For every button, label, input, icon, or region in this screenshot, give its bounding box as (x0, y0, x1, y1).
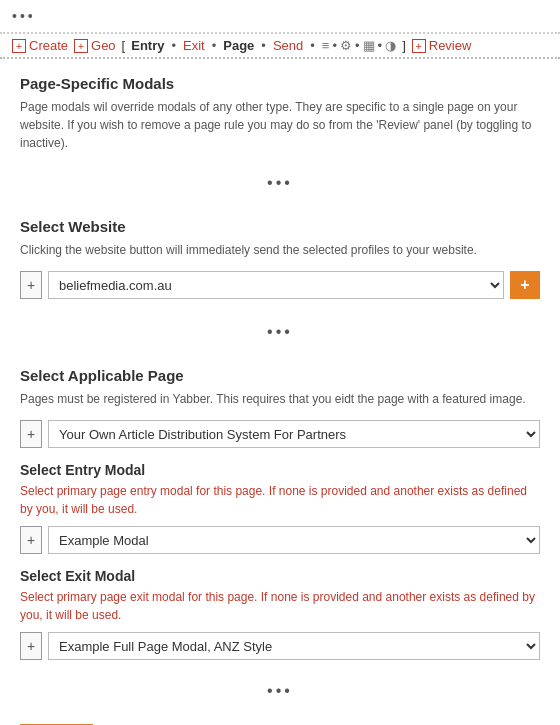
nav-geo[interactable]: + Geo (74, 38, 116, 53)
nav-exit-label[interactable]: Exit (183, 38, 205, 53)
nav-send-label[interactable]: Send (273, 38, 303, 53)
section-divider-1: ••• (20, 164, 540, 202)
nav-page[interactable]: Page (223, 38, 254, 53)
bracket-close: ] (402, 38, 406, 53)
page-select[interactable]: Your Own Article Distribution System For… (48, 420, 540, 448)
select-website-description: Clicking the website button will immedia… (20, 241, 540, 259)
nav-review[interactable]: + Review (412, 38, 472, 53)
circle-icon[interactable]: ◑ (385, 38, 396, 53)
entry-modal-select[interactable]: Example Modal (48, 526, 540, 554)
nav-entry[interactable]: Entry (131, 38, 164, 53)
main-content: Page-Specific Modals Page modals wil ove… (0, 75, 560, 660)
geo-plus-icon: + (74, 39, 88, 53)
exit-modal-title: Select Exit Modal (20, 568, 540, 584)
nav-dots-top: ••• (12, 8, 36, 24)
page-plus-button[interactable]: + (20, 420, 42, 448)
website-add-button[interactable]: + (510, 271, 540, 299)
list-icon[interactable]: ≡ (322, 38, 330, 53)
entry-modal-description: Select primary page entry modal for this… (20, 482, 540, 518)
website-plus-button[interactable]: + (20, 271, 42, 299)
entry-modal-desc-part1: Select primary page entry modal for this… (20, 484, 265, 498)
nav-sep2: • (212, 38, 217, 53)
website-select[interactable]: beliefmedia.com.au (48, 271, 504, 299)
entry-modal-title: Select Entry Modal (20, 462, 540, 478)
select-page-title: Select Applicable Page (20, 367, 540, 384)
exit-modal-select[interactable]: Example Full Page Modal, ANZ Style (48, 632, 540, 660)
exit-modal-plus-button[interactable]: + (20, 632, 42, 660)
nav-bar: + Create + Geo [ Entry • Exit • Page • S… (0, 34, 560, 59)
grid-icon[interactable]: ▦ (363, 38, 375, 53)
select-page-description: Pages must be registered in Yabber. This… (20, 390, 540, 408)
exit-modal-description: Select primary page exit modal for this … (20, 588, 540, 624)
website-select-row: + beliefmedia.com.au + (20, 271, 540, 299)
link-icon[interactable]: ⚙ (340, 38, 352, 53)
select-website-title: Select Website (20, 218, 540, 235)
page-select-row: + Your Own Article Distribution System F… (20, 420, 540, 448)
nav-create[interactable]: + Create (12, 38, 68, 53)
section-divider-3: ••• (0, 674, 560, 708)
nav-sep3: • (261, 38, 266, 53)
nav-geo-label[interactable]: Geo (91, 38, 116, 53)
review-plus-icon: + (412, 39, 426, 53)
nav-exit[interactable]: Exit (183, 38, 205, 53)
top-navigation: ••• (0, 0, 560, 34)
nav-sep4: • (310, 38, 315, 53)
entry-modal-select-row: + Example Modal (20, 526, 540, 554)
exit-modal-desc-part1: Select primary page exit modal for this … (20, 590, 257, 604)
nav-sep1: • (171, 38, 176, 53)
page-modals-description: Page modals wil override modals of any o… (20, 98, 540, 152)
create-plus-icon: + (12, 39, 26, 53)
page-modals-title: Page-Specific Modals (20, 75, 540, 92)
nav-create-label[interactable]: Create (29, 38, 68, 53)
exit-modal-select-row: + Example Full Page Modal, ANZ Style (20, 632, 540, 660)
entry-modal-plus-button[interactable]: + (20, 526, 42, 554)
bracket-open: [ (122, 38, 126, 53)
nav-review-label[interactable]: Review (429, 38, 472, 53)
nav-send[interactable]: Send (273, 38, 303, 53)
save-row: Save (0, 708, 560, 725)
section-divider-2: ••• (20, 313, 540, 351)
nav-icons[interactable]: ≡ • ⚙ • ▦ • ◑ (322, 38, 396, 53)
